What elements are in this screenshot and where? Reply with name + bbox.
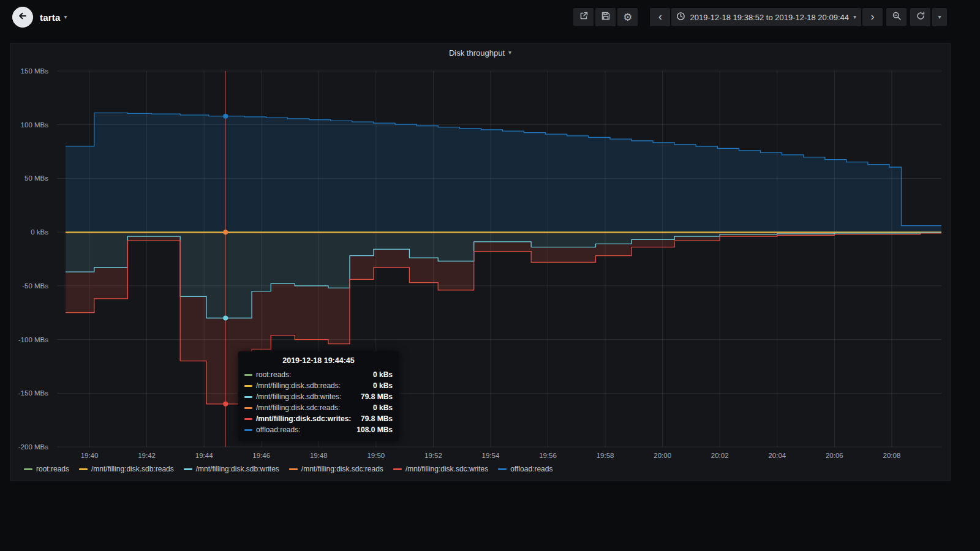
refresh-button[interactable] [910,8,930,26]
hover-dot [223,315,228,320]
save-button[interactable] [595,8,616,26]
y-axis-label: 100 MBs [21,121,49,129]
legend-series-label: /mnt/filling:disk.sdc:writes [405,465,488,473]
legend-series-label: /mnt/filling:disk.sdb:reads [91,465,174,473]
legend-series-label: root:reads [36,465,69,473]
time-picker-group: ‹ 2019-12-18 19:38:52 to 2019-12-18 20:0… [650,8,883,26]
x-axis-label: 19:40 [81,452,99,459]
y-axis-label: 50 MBs [24,174,48,182]
tooltip-series-icon [244,396,252,398]
x-axis-label: 19:58 [597,452,614,459]
chevron-down-icon: ▾ [938,14,941,20]
share-button[interactable] [573,8,594,26]
tooltip-series-icon [244,429,252,431]
panel-actions-group: ⚙ [573,8,638,26]
tooltip-series-label: /mnt/filling:disk.sdc:writes: [256,414,355,423]
tooltip-timestamp: 2019-12-18 19:44:45 [244,356,393,365]
refresh-interval-dropdown[interactable]: ▾ [932,8,947,26]
tooltip-series-icon [244,407,252,409]
hover-dot [223,402,228,407]
legend-series-icon [289,468,298,470]
time-range-label: 2019-12-18 19:38:52 to 2019-12-18 20:09:… [690,13,849,22]
hover-dot [223,230,228,234]
tooltip-row: /mnt/filling:disk.sdc:writes:79.8 MBs [244,413,393,424]
legend-series-label: offload:reads [510,465,552,473]
hover-dot [223,114,228,119]
tooltip-row: /mnt/filling:disk.sdb:writes:79.8 MBs [244,391,393,402]
x-axis-label: 19:52 [424,452,442,459]
magnifier-icon [892,11,902,23]
x-axis-label: 19:46 [252,452,270,459]
legend-item[interactable]: /mnt/filling:disk.sdb:writes [184,465,279,473]
tooltip-series-value: 79.8 MBs [361,414,393,423]
back-button[interactable] [12,7,33,28]
graph-tooltip: 2019-12-18 19:44:45 root:reads:0 kBs/mnt… [238,351,399,441]
x-axis-label: 20:04 [768,452,786,459]
tooltip-row: root:reads:0 kBs [244,369,393,380]
tooltip-series-label: /mnt/filling:disk.sdb:reads: [256,381,367,390]
x-axis-label: 19:42 [138,452,156,459]
legend-series-icon [393,468,402,470]
tooltip-series-value: 0 kBs [373,403,393,412]
legend-item[interactable]: root:reads [24,465,69,473]
tooltip-series-label: /mnt/filling:disk.sdc:reads: [256,403,367,412]
legend-item[interactable]: /mnt/filling:disk.sdb:reads [79,465,174,473]
legend-series-icon [79,468,88,470]
settings-button[interactable]: ⚙ [617,8,638,26]
arrow-left-icon [18,11,28,23]
legend-series-label: /mnt/filling:disk.sdb:writes [196,465,279,473]
tooltip-series-value: 0 kBs [373,381,393,390]
legend: root:reads/mnt/filling:disk.sdb:reads/mn… [24,465,552,473]
x-axis-label: 20:02 [711,452,729,459]
time-range-button[interactable]: 2019-12-18 19:38:52 to 2019-12-18 20:09:… [671,8,861,26]
navbar-left: tarta ▾ [12,7,67,28]
navbar-right: ⚙ ‹ 2019-12-18 19:38:52 to 2019-12-18 20… [573,8,947,26]
time-back-button[interactable]: ‹ [650,8,670,26]
dashboard-title-button[interactable]: tarta ▾ [40,12,67,23]
panel-title: Disk throughput [449,48,505,58]
clock-icon [676,12,685,23]
panel-header[interactable]: Disk throughput ▾ [10,43,950,62]
refresh-icon [916,11,925,23]
navbar: tarta ▾ ⚙ [0,0,980,34]
tooltip-series-label: offload:reads: [256,425,350,434]
legend-item[interactable]: /mnt/filling:disk.sdc:writes [393,465,488,473]
x-axis-label: 19:44 [195,452,213,459]
tooltip-row: offload:reads:108.0 MBs [244,424,393,435]
zoom-out-button[interactable] [886,8,907,26]
panel-disk-throughput: Disk throughput ▾ 150 MBs100 MBs50 MBs0 … [10,43,951,481]
x-axis-label: 19:56 [539,452,557,459]
tooltip-series-value: 108.0 MBs [356,425,393,434]
y-axis-label: -200 MBs [18,443,48,451]
tooltip-series-label: /mnt/filling:disk.sdb:writes: [256,392,355,401]
tooltip-series-icon [244,374,252,376]
tooltip-row: /mnt/filling:disk.sdb:reads:0 kBs [244,380,393,391]
y-axis-label: -100 MBs [18,336,48,343]
tooltip-series-icon [244,385,252,387]
y-axis-label: -50 MBs [22,282,48,290]
tooltip-row: /mnt/filling:disk.sdc:reads:0 kBs [244,402,393,413]
tooltip-rows: root:reads:0 kBs/mnt/filling:disk.sdb:re… [244,369,393,435]
legend-item[interactable]: offload:reads [498,465,552,473]
legend-series-icon [184,468,192,470]
floppy-disk-icon [601,11,611,23]
time-forward-button[interactable]: › [862,8,883,26]
x-axis-label: 20:06 [826,452,843,459]
legend-series-icon [498,468,507,470]
chevron-left-icon: ‹ [658,11,662,23]
tooltip-series-value: 79.8 MBs [361,392,393,401]
legend-item[interactable]: /mnt/filling:disk.sdc:reads [289,465,383,473]
x-axis-label: 20:08 [883,452,901,459]
share-icon [579,11,589,23]
x-axis-label: 19:54 [482,452,500,459]
y-axis-label: 0 kBs [31,228,48,236]
chevron-down-icon: ▾ [853,14,856,20]
time-series-chart[interactable]: 150 MBs100 MBs50 MBs0 kBs-50 MBs-100 MBs… [10,43,951,482]
legend-series-icon [24,468,32,470]
x-axis-label: 19:48 [310,452,328,459]
y-axis-label: -150 MBs [18,389,48,397]
tooltip-series-label: root:reads: [256,370,367,379]
tooltip-series-value: 0 kBs [373,370,393,379]
dashboard-title: tarta [40,12,61,23]
y-axis-label: 150 MBs [21,67,49,75]
